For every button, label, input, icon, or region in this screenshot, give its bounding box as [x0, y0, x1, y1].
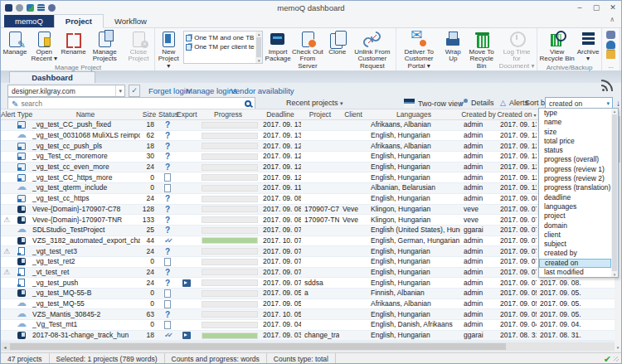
quick-access-icon-4[interactable]	[37, 4, 45, 12]
table-row[interactable]: _vg_test_MQ-5502017. 09. 05.Afrikaans, A…	[1, 299, 615, 310]
open-recent-button[interactable]: Open Recent ▾	[27, 29, 61, 64]
tab-workflow[interactable]: Workflow	[104, 15, 158, 27]
sort-direction-icon[interactable]: ↓	[616, 99, 620, 108]
sort-option-created-on[interactable]: created on	[539, 259, 611, 268]
header-export[interactable]: Export	[177, 110, 197, 119]
header-created-by[interactable]: Created by	[460, 110, 497, 119]
rename-button[interactable]: Rename	[61, 29, 86, 56]
header-progress[interactable]: Progress	[197, 110, 260, 119]
close-icon[interactable]: ✕	[605, 1, 621, 15]
connect-server-button[interactable]: ✓	[129, 85, 140, 97]
two-row-view-toggle[interactable]: Two-row view	[404, 99, 464, 108]
quick-access-icon-2[interactable]	[16, 4, 23, 12]
manage-button[interactable]: Manage	[2, 29, 27, 56]
tab-memoq[interactable]: memoQ	[4, 15, 54, 27]
scroll-down-icon[interactable]: ▾	[617, 344, 620, 351]
search-input[interactable]	[21, 99, 242, 108]
import-package-button[interactable]: Import Package	[265, 29, 290, 64]
table-row[interactable]: _vg_Test_cc_moremore30?2017. 09. 12.Engl…	[1, 152, 615, 163]
project-template-list[interactable]: One TM and one TB per ...One TM per clie…	[183, 31, 263, 64]
table-row[interactable]: SDLStudio_TestProject25?2017. 09. 07.Eng…	[1, 226, 615, 236]
unlink-from-customer-request-button[interactable]: Unlink From Customer Request	[350, 29, 395, 70]
table-row[interactable]: _vg_test_cc_even_more24?2017. 09. 12.Eng…	[1, 163, 615, 173]
template-item[interactable]: One TM per client template	[186, 42, 255, 51]
sort-option-languages[interactable]: languages	[539, 202, 611, 211]
forget-login-link[interactable]: Forget login	[148, 85, 190, 97]
table-row[interactable]: _vg_test_cc_https24?2017. 09. 08.English…	[1, 194, 615, 205]
sort-option-progress-overall[interactable]: progress (overall)	[539, 155, 611, 164]
deliver-to-customer-portal-button[interactable]: Deliver To Customer Portal ▾	[397, 29, 440, 70]
table-row[interactable]: _vg_test_0031068 MuliXLS reimport fails6…	[1, 131, 615, 142]
overflow-icon-3[interactable]	[606, 51, 615, 59]
sort-option-progress-translation[interactable]: progress (translation)	[539, 183, 611, 192]
sort-option-last-modified[interactable]: last modified	[539, 268, 611, 277]
header-created-on[interactable]: Created on▾	[497, 110, 537, 119]
view-recycle-bin-button[interactable]: View Recycle Bin	[538, 29, 576, 64]
header-alert-type[interactable]: Alert Type	[1, 110, 31, 119]
table-row[interactable]: ⚠_vt_test_ret24?2017. 09. 07.English, Hu…	[1, 268, 615, 279]
search-icon[interactable]	[245, 100, 251, 107]
resize-grip[interactable]	[614, 357, 619, 362]
move-to-recycle-bin-button[interactable]: Move To Recycle Bin	[465, 29, 498, 70]
sort-option-status[interactable]: status	[539, 146, 611, 155]
header-client[interactable]: Client	[339, 110, 367, 119]
table-row[interactable]: _vg_test_push24?2017. 09. 07.sddsaEnglis…	[1, 278, 615, 289]
clone-button[interactable]: Clone	[325, 29, 350, 56]
template-list-scrollbar[interactable]: ▴▾	[255, 32, 262, 63]
sort-option-progress-review-1[interactable]: progress (review 1)	[539, 165, 611, 174]
table-row[interactable]: _vg_test_CC_push_fixed18?2017. 09. 13.Af…	[1, 120, 615, 131]
recent-projects-dropdown[interactable]: Recent projects ▾	[286, 99, 343, 107]
quick-access-icon-5[interactable]	[48, 4, 56, 12]
manage-logins-link[interactable]: Manage logins	[186, 85, 237, 97]
collapse-ribbon-icon[interactable]: ∧	[610, 16, 615, 23]
template-item[interactable]: One TM and one TB per ...	[186, 33, 255, 42]
scroll-thumb[interactable]	[10, 343, 506, 350]
wrap-up-button[interactable]: Wrap Up	[440, 29, 465, 64]
sort-option-name[interactable]: name	[539, 118, 611, 127]
new-project-button[interactable]: New Project ▾	[156, 29, 181, 70]
quick-access-icon-1[interactable]	[5, 4, 12, 12]
sort-option-type[interactable]: type	[539, 109, 611, 118]
sort-option-project[interactable]: project	[539, 211, 611, 221]
vendor-availability-link[interactable]: Vendor availability	[231, 85, 294, 97]
sort-option-created-by[interactable]: created by	[539, 249, 611, 258]
dropdown-scrollbar[interactable]: ▴ ▾	[611, 109, 618, 277]
table-row[interactable]: 2017-08-31-change_track_hun18✔✔2017. 09.…	[1, 331, 615, 342]
table-row[interactable]: VZS_Mantis_30845-263?2017. 10. 05.Englis…	[1, 309, 615, 320]
server-combobox[interactable]: designer.kilgray.com ▾	[7, 85, 125, 97]
scroll-down-icon[interactable]: ▾	[614, 272, 616, 277]
details-toggle[interactable]: Details	[459, 99, 494, 107]
archive-button[interactable]: Archive ▾	[576, 29, 600, 64]
scroll-left-icon[interactable]: ◂	[1, 344, 9, 350]
check-out-from-server-button[interactable]: Check Out From Server	[290, 29, 325, 70]
sort-option-subject[interactable]: subject	[539, 240, 611, 249]
table-row[interactable]: _vg_test_cc_push_pls18?2017. 09. 12.Afri…	[1, 141, 615, 152]
sort-option-domain[interactable]: domain	[539, 221, 611, 231]
table-row[interactable]: _Vg_Test_mt102017. 09. 04.English, Danis…	[1, 320, 615, 331]
tab-dashboard[interactable]: Dashboard	[9, 71, 95, 83]
header-name[interactable]: Name	[31, 110, 140, 119]
header-size[interactable]: Size	[140, 110, 158, 119]
scroll-up-icon[interactable]: ▴	[614, 109, 616, 114]
header-languages[interactable]: Languages	[367, 110, 460, 119]
table-row[interactable]: ⚠Veve-{Domain}-170907-TNR133?2017. 09. 0…	[1, 215, 615, 226]
table-row[interactable]: _vg_test_MQ-55-B02017. 09. 05.aFinnish, …	[1, 289, 615, 299]
table-row[interactable]: Veve-{Domain}-170907-C78128?2017. 09. 08…	[1, 205, 615, 216]
table-row[interactable]: _vg_test_ret202017. 09. 07.English, Hung…	[1, 257, 615, 268]
table-row[interactable]: _vg_test_CC_https_more02017. 09. 12.Engl…	[1, 172, 615, 183]
table-row[interactable]: _vg_test_qterm_include02017. 09. 11.Alba…	[1, 183, 615, 194]
manage-projects-button[interactable]: Manage Projects	[86, 29, 124, 64]
sort-option-total-price[interactable]: total price	[539, 137, 611, 146]
tab-project[interactable]: Project	[54, 14, 104, 28]
overflow-icon-2[interactable]	[606, 41, 615, 49]
chevron-down-icon[interactable]: ▾	[115, 85, 124, 96]
horizontal-scrollbar[interactable]: ◂ ▸	[1, 342, 621, 351]
quick-access-icon-3[interactable]	[27, 4, 34, 12]
sort-option-size[interactable]: size	[539, 128, 611, 137]
overflow-icon-1[interactable]	[606, 31, 615, 39]
scroll-thumb[interactable]	[612, 114, 617, 271]
sort-option-client[interactable]: client	[539, 231, 611, 240]
maximize-icon[interactable]: ▢	[588, 1, 605, 15]
header-project[interactable]: Project	[301, 110, 339, 119]
alerts-toggle[interactable]: △ Alerts	[500, 99, 528, 107]
